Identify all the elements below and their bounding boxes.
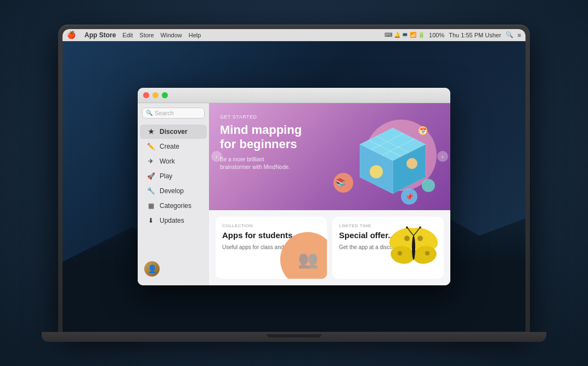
sidebar-item-work[interactable]: ✈ Work: [140, 154, 207, 168]
menubar-search-icon[interactable]: 🔍: [506, 31, 513, 38]
close-button[interactable]: [143, 92, 149, 98]
app-store-menu-label: App Store: [84, 31, 116, 39]
create-icon: ✏️: [146, 142, 155, 151]
menubar-status-icons: ⌨ 🔔 💻 📶 🔋: [385, 32, 425, 38]
sidebar-item-develop[interactable]: 🔧 Develop: [140, 184, 207, 198]
search-bar[interactable]: 🔍 Search: [142, 108, 205, 119]
svg-text:👥: 👥: [298, 250, 319, 269]
butterfly-illustration: [386, 223, 441, 272]
svg-point-31: [419, 227, 421, 229]
appstore-window: 🔍 Search ★ Discover ✏️ Create: [138, 88, 450, 285]
menubar-datetime: Thu 1:55 PM Usher: [449, 32, 501, 38]
students-card-tag: COLLECTION: [222, 223, 320, 228]
sidebar-item-play-label: Play: [160, 172, 172, 180]
traffic-lights: [143, 92, 168, 98]
svg-point-30: [406, 227, 408, 229]
svg-point-26: [425, 251, 429, 256]
sidebar-item-discover-label: Discover: [160, 128, 188, 136]
sidebar-item-create[interactable]: ✏️ Create: [140, 139, 207, 154]
sidebar-item-categories[interactable]: ▦ Categories: [140, 199, 207, 213]
prev-arrow[interactable]: ‹: [211, 151, 222, 162]
maximize-button[interactable]: [162, 92, 168, 98]
hero-banner: ‹ GET STARTED Mind mapping for beginners…: [209, 103, 450, 210]
discover-icon: ★: [146, 127, 155, 136]
students-card[interactable]: COLLECTION Apps for students Useful apps…: [216, 217, 327, 279]
hero-title: Mind mapping for beginners: [220, 123, 308, 152]
sidebar-item-play[interactable]: 🚀 Play: [140, 169, 207, 183]
laptop-base: [42, 332, 546, 342]
sidebar-item-updates-label: Updates: [160, 217, 184, 224]
hero-tag: GET STARTED: [220, 114, 308, 120]
window-body: 🔍 Search ★ Discover ✏️ Create: [138, 103, 450, 285]
svg-point-8: [370, 165, 383, 178]
search-placeholder-text: Search: [155, 110, 174, 116]
next-arrow[interactable]: ›: [437, 151, 448, 162]
user-avatar[interactable]: 👤: [144, 261, 160, 277]
play-icon: 🚀: [146, 172, 155, 181]
sidebar: 🔍 Search ★ Discover ✏️ Create: [138, 103, 209, 285]
sidebar-item-develop-label: Develop: [160, 187, 184, 195]
hero-illustration: 📚 📅 📌: [316, 111, 442, 210]
svg-point-9: [406, 158, 417, 169]
minimize-button[interactable]: [152, 92, 159, 98]
apple-menu-icon[interactable]: 🍎: [67, 31, 76, 39]
svg-text:📚: 📚: [336, 178, 346, 187]
menubar-list-icon[interactable]: ≡: [518, 32, 521, 38]
hero-text-content: GET STARTED Mind mapping for beginners B…: [220, 114, 308, 172]
sidebar-item-categories-label: Categories: [160, 202, 191, 210]
svg-point-25: [398, 251, 402, 256]
svg-point-24: [417, 236, 423, 241]
laptop-shell: 🍎 App Store Edit Store Window Help ⌨ 🔔 💻…: [58, 25, 530, 332]
menubar: 🍎 App Store Edit Store Window Help ⌨ 🔔 💻…: [63, 29, 525, 41]
svg-point-27: [412, 236, 415, 260]
special-offer-card[interactable]: LIMITED TIME Special offer... Get the ap…: [332, 217, 444, 279]
window-menu[interactable]: Window: [161, 32, 182, 38]
sidebar-item-updates[interactable]: ⬇ Updates: [140, 213, 207, 228]
search-icon: 🔍: [146, 110, 152, 116]
svg-point-23: [404, 236, 410, 241]
svg-text:📌: 📌: [405, 193, 414, 201]
sidebar-item-create-label: Create: [160, 143, 179, 150]
store-menu[interactable]: Store: [139, 32, 154, 38]
window-titlebar: [138, 88, 450, 103]
help-menu[interactable]: Help: [189, 32, 201, 38]
develop-icon: 🔧: [146, 187, 155, 195]
sidebar-nav: ★ Discover ✏️ Create ✈ Work: [138, 124, 209, 257]
updates-icon: ⬇: [146, 216, 155, 225]
svg-point-12: [422, 179, 435, 192]
categories-icon: ▦: [146, 201, 155, 210]
cards-area: COLLECTION Apps for students Useful apps…: [209, 210, 450, 285]
butterfly-svg: [386, 223, 441, 270]
sidebar-bottom: 👤: [138, 257, 209, 281]
svg-text:📅: 📅: [420, 127, 427, 134]
edit-menu[interactable]: Edit: [122, 32, 133, 38]
sidebar-item-discover[interactable]: ★ Discover: [140, 125, 207, 139]
menubar-battery-text: 100%: [429, 32, 444, 38]
sidebar-item-work-label: Work: [160, 157, 175, 165]
screen-bezel: 🍎 App Store Edit Store Window Help ⌨ 🔔 💻…: [63, 29, 525, 332]
work-icon: ✈: [146, 157, 155, 166]
main-content: ‹ GET STARTED Mind mapping for beginners…: [209, 103, 450, 285]
hero-subtitle: Be a more brilliant brainstormer with Mi…: [220, 156, 291, 171]
desktop: 🔍 Search ★ Discover ✏️ Create: [63, 41, 525, 332]
